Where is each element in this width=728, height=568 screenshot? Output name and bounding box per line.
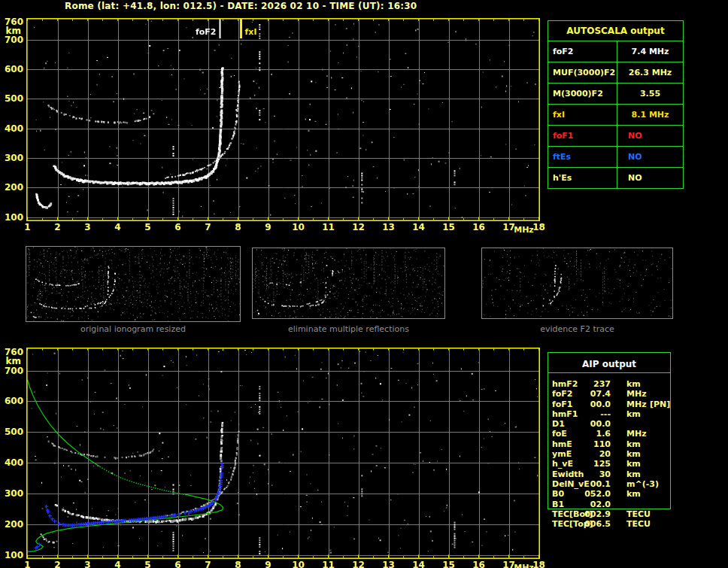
x-axis-unit-label: MHz xyxy=(512,563,536,568)
table-row: B0 052.0 km xyxy=(548,489,671,499)
table-row: foF2 7.4 MHz xyxy=(548,41,684,62)
aip-param-value: 052.0 xyxy=(552,489,611,499)
aip-param-unit: km xyxy=(626,489,641,499)
x-axis-tick-label: 4 xyxy=(109,222,127,232)
x-axis-tick-label: 8 xyxy=(229,560,247,568)
bottom-ionogram-canvas xyxy=(26,348,540,559)
autoscala-output-screen: { "title": "Rome (lat: +41.8, lon: 012.5… xyxy=(0,0,728,568)
aip-param-value: 002.9 xyxy=(552,509,611,519)
aip-param-value: 30 xyxy=(552,469,611,479)
autoscala-value-fxI: 8.1 MHz xyxy=(617,105,684,126)
x-axis-tick-label: 3 xyxy=(79,222,97,232)
x-axis-tick-label: 9 xyxy=(259,222,278,232)
x-axis-tick-label: 7 xyxy=(199,560,217,568)
table-row: h'Es NO xyxy=(548,168,684,189)
aip-param-unit: MHz xyxy=(626,389,647,399)
y-axis-tick-label: 400 xyxy=(2,457,23,468)
autoscala-label-ftEs: ftEs xyxy=(548,147,617,168)
x-axis-tick-label: 5 xyxy=(139,560,157,568)
aip-param-unit: km xyxy=(626,449,641,459)
autoscala-label-fxI: fxI xyxy=(548,105,617,126)
aip-param-value: 02.0 xyxy=(552,500,611,509)
x-axis-tick-label: 10 xyxy=(290,222,308,232)
autoscala-label-M3000F2: M(3000)F2 xyxy=(548,84,617,105)
y-axis-tick-label: 100 xyxy=(2,550,23,560)
autoscala-value-M3000F2: 3.55 xyxy=(617,84,684,105)
aip-param-unit: m^(-3) xyxy=(626,479,659,489)
table-row: hmE 110 km xyxy=(548,439,671,449)
autoscala-value-MUF3000F2: 26.3 MHz xyxy=(617,62,684,84)
aip-param-value: 07.4 xyxy=(552,389,611,399)
aip-param-unit: km xyxy=(626,379,641,389)
x-axis-tick-label: 12 xyxy=(350,560,368,568)
table-row: hmF1 --- km xyxy=(548,409,671,419)
autoscala-value-ftEs: NO xyxy=(617,147,684,168)
x-axis-tick-label: 16 xyxy=(470,222,488,232)
aip-header-separator xyxy=(548,372,670,373)
table-row: ftEs NO xyxy=(548,147,684,168)
table-row: DelN_vE 00.1 m^(-3) xyxy=(548,479,671,489)
table-row: M(3000)F2 3.55 xyxy=(548,84,684,105)
x-axis-tick-label: 1 xyxy=(19,560,37,568)
aip-param-unit: TECU xyxy=(626,509,651,519)
autoscala-table-header-row: AUTOSCALA output xyxy=(548,21,684,41)
x-axis-tick-label: 5 xyxy=(139,222,157,232)
aip-param-unit: km xyxy=(626,439,641,449)
thumbnail-caption-2: eliminate multiple reflections xyxy=(252,324,445,334)
table-row: TEC[Top] 006.5 TECU xyxy=(548,519,671,529)
x-axis-tick-label: 13 xyxy=(380,222,398,232)
table-row: fxI 8.1 MHz xyxy=(548,105,684,126)
table-row: foE 1.6 MHz xyxy=(548,429,671,439)
x-axis-tick-label: 7 xyxy=(199,222,217,232)
aip-param-unit: km xyxy=(626,469,641,479)
autoscala-value-foF2: 7.4 MHz xyxy=(617,41,684,62)
table-row: B1 02.0 xyxy=(548,500,671,509)
x-axis-tick-label: 15 xyxy=(440,560,458,568)
aip-param-value: 00.0 xyxy=(552,419,611,429)
x-axis-tick-label: 13 xyxy=(380,560,398,568)
x-axis-tick-label: 14 xyxy=(410,222,428,232)
aip-param-value: 006.5 xyxy=(552,519,611,529)
autoscala-table-title: AUTOSCALA output xyxy=(548,21,684,41)
aip-param-value: 110 xyxy=(552,439,611,449)
y-axis-tick-label: 300 xyxy=(2,153,23,163)
y-axis-tick-label: 500 xyxy=(2,93,23,104)
thumbnail-multiple-reflections-removed xyxy=(252,248,445,319)
y-axis-tick-label: 200 xyxy=(2,182,23,193)
autoscala-label-MUF3000F2: MUF(3000)F2 xyxy=(548,62,617,84)
aip-param-unit: MHz xyxy=(626,429,647,439)
y-axis-tick-label: 300 xyxy=(2,488,23,499)
table-row: foF1 NO xyxy=(548,126,684,147)
y-axis-tick-label: 700 xyxy=(2,35,23,45)
aip-param-unit: MHz xyxy=(626,399,647,409)
x-axis-tick-label: 10 xyxy=(290,560,308,568)
x-axis-tick-label: 8 xyxy=(229,222,247,232)
page-title: Rome (lat: +41.8, lon: 012.5) - DATE: 20… xyxy=(65,1,417,11)
x-axis-tick-label: 1 xyxy=(19,222,37,232)
table-row: h_vE 125 km xyxy=(548,459,671,469)
x-axis-tick-label: 6 xyxy=(169,560,187,568)
x-axis-tick-label: 15 xyxy=(440,222,458,232)
x-axis-tick-label: 2 xyxy=(49,560,67,568)
autoscala-label-hpEs: h'Es xyxy=(548,168,617,189)
x-axis-tick-label: 11 xyxy=(320,222,338,232)
x-axis-tick-label: 9 xyxy=(259,560,278,568)
thumbnail-caption-1: original ionogram resized xyxy=(26,324,241,334)
aip-param-value: 125 xyxy=(552,459,611,469)
aip-param-value: 00.0 xyxy=(552,399,611,409)
y-axis-tick-label: 500 xyxy=(2,427,23,437)
table-row: ymE 20 km xyxy=(548,449,671,459)
aip-param-unit: km xyxy=(626,459,641,469)
table-row: foF2 07.4 MHz xyxy=(548,389,671,399)
table-row: foF1 00.0 MHz [PN] xyxy=(548,399,671,409)
x-axis-tick-label: 12 xyxy=(350,222,368,232)
x-axis-unit-label: MHz xyxy=(512,225,536,235)
x-axis-tick-label: 6 xyxy=(169,222,187,232)
top-ionogram-canvas xyxy=(26,18,540,221)
y-axis-tick-label: 600 xyxy=(2,64,23,74)
x-axis-tick-label: 14 xyxy=(410,560,428,568)
aip-param-value: --- xyxy=(552,409,611,419)
aip-param-value: 20 xyxy=(552,449,611,459)
aip-param-unit: km xyxy=(626,409,641,419)
autoscala-label-foF2: foF2 xyxy=(548,41,617,62)
